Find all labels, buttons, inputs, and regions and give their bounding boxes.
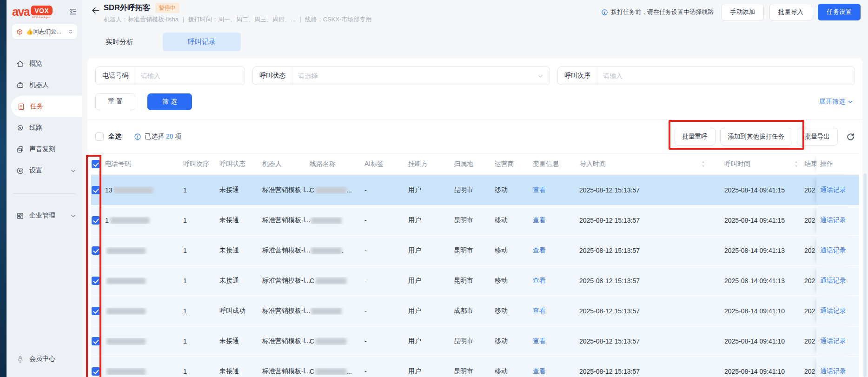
column-header-call_time[interactable]: 呼叫时间 — [711, 160, 804, 168]
add-to-other-task-button[interactable]: 添加到其他拨打任务 — [720, 128, 793, 146]
cell-call-time: 2025-08-14 09:41:13 — [711, 247, 804, 254]
workspace-selector[interactable]: 👍同志们要... — [12, 24, 77, 39]
row-checkbox[interactable] — [92, 246, 100, 255]
sort-icon[interactable] — [794, 160, 799, 168]
table-row[interactable]: 1未接通标准营销模板-l...C...-用户昆明市移动查看2025-08-12 … — [91, 356, 859, 377]
column-header-phone: 电话号码 — [105, 160, 183, 168]
call-record-link[interactable]: 通话记录 — [820, 216, 846, 225]
table-row[interactable]: 131未接通标准营销模板-l...C...-用户昆明市移动查看2025-08-1… — [91, 175, 859, 205]
table-row[interactable]: 1未接通标准营销模板-l....-用户昆明市移动查看2025-08-12 15:… — [91, 235, 859, 265]
sidebar-item-robot[interactable]: 机器人 — [7, 74, 82, 96]
sidebar-item-home[interactable]: 概览 — [7, 53, 82, 74]
call-record-link[interactable]: 通话记录 — [820, 367, 846, 376]
cell-line: C — [310, 277, 364, 284]
row-checkbox[interactable] — [92, 186, 100, 194]
redacted-line-name — [311, 247, 342, 254]
view-tabs: 实时分析 呼叫记录 — [93, 33, 241, 51]
table-row[interactable]: 11未接通标准营销模板-l...-用户昆明市移动查看2025-08-12 15:… — [91, 205, 859, 235]
cell-status: 未接通 — [219, 337, 262, 345]
cell-line: C... — [310, 368, 364, 375]
home-icon — [16, 60, 24, 68]
sidebar-item-member-center[interactable]: 会员中心 — [7, 348, 82, 370]
cell-robot: 标准营销模板-l... — [262, 367, 310, 376]
call-record-link[interactable]: 通话记录 — [820, 277, 846, 285]
view-variables-link[interactable]: 查看 — [533, 337, 546, 345]
cell-robot: 标准营销模板-l... — [262, 186, 310, 194]
sidebar-item-label: 线路 — [29, 124, 42, 132]
sidebar-item-line[interactable]: 线路 — [7, 117, 82, 139]
sidebar-collapse-icon[interactable] — [69, 7, 77, 16]
cell-order: 1 — [183, 186, 219, 194]
cell-end-time-clipped: 202 — [804, 368, 816, 375]
row-checkbox[interactable] — [92, 277, 100, 285]
call-record-link[interactable]: 通话记录 — [820, 307, 846, 315]
view-variables-link[interactable]: 查看 — [533, 246, 546, 255]
sidebar-item-voice[interactable]: 声音复刻 — [7, 139, 82, 160]
cell-call-time: 2025-08-14 09:41:10 — [711, 337, 804, 345]
batch-redial-button[interactable]: 批量重呼 — [675, 128, 716, 146]
manual-add-button[interactable]: 手动添加 — [721, 4, 764, 20]
cell-ai-tag: - — [364, 186, 408, 194]
vertical-scrollbar[interactable] — [863, 173, 867, 377]
view-variables-link[interactable]: 查看 — [533, 216, 546, 225]
cell-robot: 标准营销模板-l... — [262, 246, 310, 255]
call-record-link[interactable]: 通话记录 — [820, 337, 846, 345]
call-record-link[interactable]: 通话记录 — [820, 246, 846, 255]
cell-call-time: 2025-08-14 09:41:10 — [711, 368, 804, 375]
cell-end-time-clipped: 202 — [804, 277, 816, 284]
view-variables-link[interactable]: 查看 — [533, 277, 546, 285]
filter-select[interactable] — [292, 72, 537, 79]
sidebar-divider — [13, 193, 75, 194]
call-record-link[interactable]: 通话记录 — [820, 186, 846, 194]
batch-import-button[interactable]: 批量导入 — [769, 4, 812, 20]
sidebar-item-task[interactable]: 任务 — [11, 96, 82, 117]
task-subtitle: 机器人：标准营销模板-lisha ｜ 拨打时间：周一、周二、周三、周四、... … — [104, 15, 372, 24]
sidebar-item-gear[interactable]: 设置 — [7, 160, 82, 181]
tab-realtime-analysis[interactable]: 实时分析 — [93, 33, 146, 51]
cell-region: 昆明市 — [454, 367, 495, 376]
sidebar-item-label: 机器人 — [29, 81, 49, 89]
sidebar-item-grid[interactable]: 企业管理 — [7, 205, 82, 226]
table-row[interactable]: 1未接通标准营销模板-l...C-用户昆明市移动查看2025-08-12 15:… — [91, 326, 859, 356]
cell-phone — [105, 368, 183, 375]
redacted-phone — [106, 338, 146, 345]
column-header-ai_tag: AI标签 — [364, 160, 408, 168]
filter-label: 呼叫次序 — [558, 67, 597, 85]
view-variables-link[interactable]: 查看 — [533, 307, 546, 315]
cell-hangup: 用户 — [408, 277, 454, 285]
table-row[interactable]: 1未接通标准营销模板-l...C-用户昆明市移动查看2025-08-12 15:… — [91, 265, 859, 296]
back-arrow-icon[interactable] — [91, 6, 100, 15]
table-row[interactable]: 1呼叫成功标准营销模板-l...-用户成都市移动查看2025-08-12 15:… — [91, 296, 859, 326]
row-checkbox[interactable] — [92, 367, 100, 376]
filter-input[interactable] — [135, 72, 245, 79]
sort-icon[interactable] — [701, 160, 706, 168]
expand-filters-link[interactable]: 展开筛选 — [819, 98, 853, 106]
row-checkbox[interactable] — [92, 216, 100, 225]
task-settings-button[interactable]: 任务设置 — [818, 4, 861, 20]
chevron-down-icon — [70, 168, 76, 174]
cell-ai-tag: - — [364, 337, 408, 345]
batch-export-button[interactable]: 批量导出 — [797, 128, 838, 146]
cell-phone: 13 — [105, 186, 183, 194]
filter-input[interactable] — [597, 72, 855, 79]
tab-call-records[interactable]: 呼叫记录 — [163, 33, 241, 51]
cell-carrier: 移动 — [495, 246, 533, 255]
view-variables-link[interactable]: 查看 — [533, 186, 546, 194]
cell-line: C — [310, 337, 364, 345]
row-checkbox[interactable] — [92, 337, 100, 345]
redacted-line-name — [311, 308, 342, 315]
page-title: SDR外呼拓客 — [104, 3, 151, 13]
header-select-all-checkbox[interactable] — [92, 160, 100, 168]
select-all-checkbox[interactable] — [95, 132, 104, 141]
view-variables-link[interactable]: 查看 — [533, 367, 546, 376]
robot-icon — [16, 81, 24, 89]
filter-button[interactable]: 筛 选 — [147, 93, 192, 110]
reset-button[interactable]: 重 置 — [95, 93, 135, 110]
refresh-icon[interactable] — [846, 132, 855, 141]
redacted-line-name — [311, 217, 342, 224]
task-header: SDR外呼拓客 暂停中 机器人：标准营销模板-lisha ｜ 拨打时间：周一、周… — [104, 3, 372, 24]
column-header-import_time[interactable]: 导入时间 — [560, 160, 711, 168]
row-checkbox[interactable] — [92, 307, 100, 315]
redacted-phone — [106, 308, 146, 315]
sidebar-menu-secondary: 企业管理 — [7, 205, 82, 226]
